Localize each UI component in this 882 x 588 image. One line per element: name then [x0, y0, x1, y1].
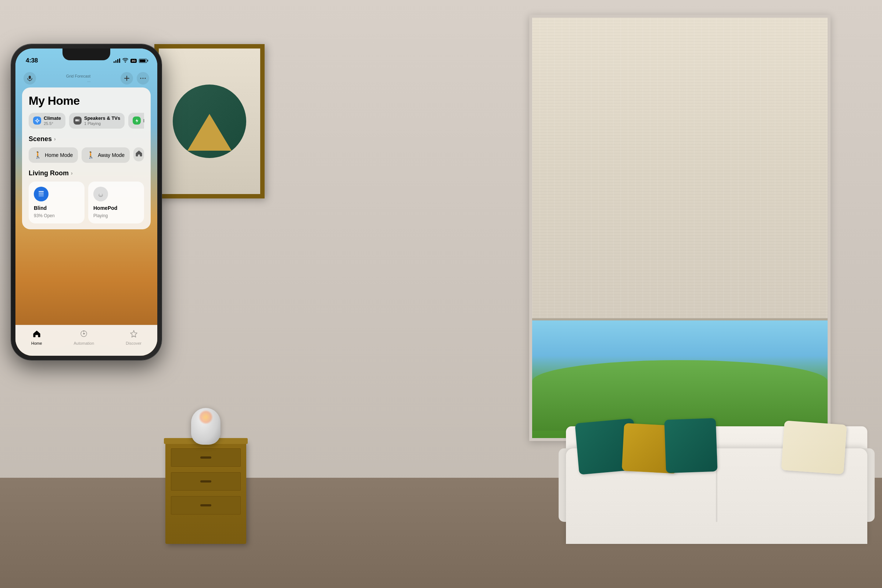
mic-button[interactable]	[24, 72, 36, 84]
nav-automation[interactable]: Automation	[74, 330, 94, 345]
blind-device-name: Blind	[34, 205, 80, 211]
climate-sublabel: 25.5°	[44, 121, 61, 126]
away-mode-label: Away Mode	[98, 152, 124, 158]
energy-pill[interactable]: Energy	[128, 113, 144, 129]
homepod-physical-device	[188, 400, 224, 445]
away-mode-icon: 🚶	[87, 151, 95, 159]
drawer-handle-2	[200, 480, 212, 483]
energy-icon	[133, 117, 141, 124]
svg-rect-16	[39, 193, 44, 193]
nav-discover[interactable]: Discover	[126, 330, 141, 345]
wifi-icon	[122, 58, 128, 64]
blind-device-card[interactable]: Blind 93% Open	[28, 182, 84, 224]
signal-bar-4	[119, 58, 120, 63]
homepod-device-status: Playing	[93, 213, 139, 218]
speakers-icon	[74, 117, 82, 124]
roller-blind	[532, 18, 828, 321]
svg-rect-17	[39, 194, 44, 194]
homepod-device-name: HomePod	[93, 205, 139, 211]
signal-bars-icon	[114, 58, 120, 63]
climate-text: Climate 25.5°	[44, 116, 61, 126]
bottom-navigation: Home Automation	[15, 325, 157, 356]
window-area	[514, 0, 845, 441]
svg-marker-13	[78, 119, 80, 122]
signal-bar-2	[116, 60, 117, 63]
svg-rect-18	[39, 195, 44, 195]
window-frame	[529, 15, 831, 441]
home-mode-button[interactable]: 🚶 Home Mode	[28, 147, 78, 163]
speakers-pill[interactable]: Speakers & TVs 1 Playing	[69, 113, 124, 129]
scenes-row: 🚶 Home Mode 🚶 Away Mode	[28, 147, 144, 163]
discover-nav-label: Discover	[126, 341, 141, 345]
svg-marker-14	[136, 119, 138, 123]
climate-pill[interactable]: Climate 25.5°	[28, 113, 65, 129]
home-mode-icon: 🚶	[34, 151, 42, 159]
home-card: My Home	[22, 87, 151, 230]
artwork-shape	[188, 114, 231, 151]
battery-fill	[140, 60, 146, 62]
scenes-arrow: ›	[54, 136, 56, 142]
artwork-inner	[159, 48, 260, 194]
svg-rect-0	[28, 76, 31, 79]
artwork-frame	[154, 44, 265, 198]
grid-forecast-value: ...	[87, 78, 90, 82]
away-mode-button[interactable]: 🚶 Away Mode	[82, 147, 130, 163]
climate-label: Climate	[44, 116, 61, 121]
quick-pills: Climate 25.5°	[28, 113, 144, 129]
signal-bar-3	[117, 59, 118, 63]
phone-screen: 4:38	[15, 48, 157, 356]
nightstand-drawer-2	[171, 472, 241, 490]
svg-point-4	[140, 78, 141, 79]
drawer-handle-3	[200, 504, 212, 506]
automation-nav-label: Automation	[74, 341, 94, 345]
house-icon	[135, 150, 142, 159]
nightstand	[165, 441, 246, 544]
svg-rect-12	[75, 119, 78, 122]
homepod-body	[191, 408, 220, 445]
phone-notch	[63, 48, 110, 60]
climate-icon	[33, 117, 41, 124]
battery-icon	[139, 59, 147, 63]
toolbar-right	[120, 72, 149, 84]
svg-rect-19	[39, 196, 44, 196]
more-button[interactable]	[137, 72, 149, 84]
devices-row: Blind 93% Open	[28, 182, 144, 224]
grid-forecast-label: Grid Forecast	[66, 74, 91, 78]
homepod-device-card[interactable]: HomePod Playing	[88, 182, 144, 224]
speakers-sublabel: 1 Playing	[84, 121, 120, 126]
signal-bar-1	[114, 62, 115, 63]
scenes-section-title: Scenes ›	[28, 135, 144, 143]
sofa-body	[566, 448, 867, 544]
nightstand-drawer-1	[171, 448, 241, 467]
add-button[interactable]	[120, 72, 133, 84]
home-title: My Home	[28, 94, 144, 108]
phone-mockup: 4:38	[11, 44, 162, 360]
drawer-handle-1	[200, 456, 212, 459]
speakers-text: Speakers & TVs 1 Playing	[84, 116, 120, 126]
svg-point-22	[100, 193, 102, 195]
living-room-section-title: Living Room ›	[28, 170, 144, 177]
blind-icon	[34, 187, 48, 201]
network-badge: 3G	[130, 59, 137, 63]
automation-nav-icon	[80, 330, 88, 340]
pillow-teal-right	[664, 418, 718, 473]
svg-point-5	[142, 78, 143, 79]
svg-point-6	[144, 78, 146, 79]
living-room-arrow: ›	[71, 170, 73, 176]
speakers-label: Speakers & TVs	[84, 116, 120, 121]
status-time: 4:38	[26, 57, 38, 64]
status-icons: 3G	[114, 58, 147, 64]
home-nav-icon	[33, 330, 41, 340]
nav-home[interactable]: Home	[31, 330, 42, 345]
app-toolbar: Grid Forecast ...	[22, 69, 151, 87]
sofa	[566, 397, 867, 544]
svg-point-7	[36, 120, 38, 122]
house-scene-button[interactable]	[134, 147, 144, 161]
homepod-light	[198, 410, 213, 424]
energy-label: Energy	[143, 118, 144, 124]
phone-outer-frame: 4:38	[11, 44, 162, 360]
svg-marker-27	[130, 330, 137, 338]
nightstand-drawer-3	[171, 496, 241, 514]
homepod-icon	[93, 187, 108, 201]
home-mode-label: Home Mode	[45, 152, 73, 158]
